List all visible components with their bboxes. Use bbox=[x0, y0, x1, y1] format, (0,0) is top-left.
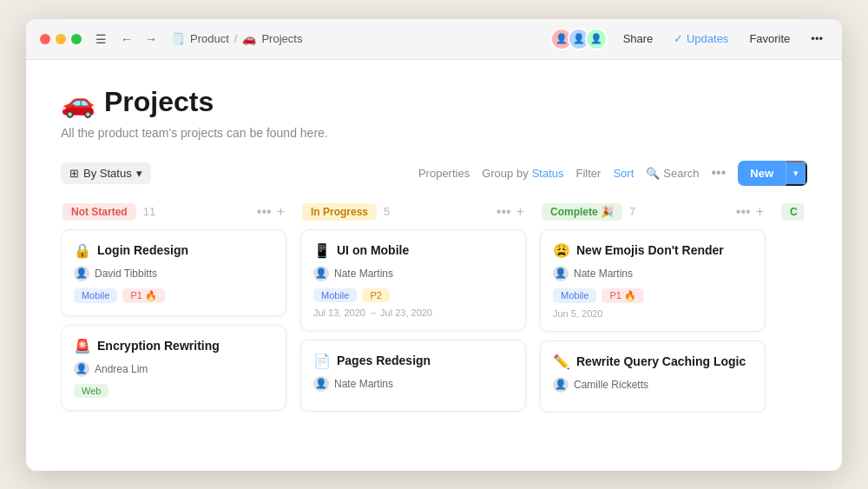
main-content: 🚗 Projects All the product team's projec… bbox=[26, 60, 842, 430]
card-emoji: 😩 bbox=[553, 242, 570, 259]
column-not-started: Not Started 11 ••• + 🔒 Login Redesign bbox=[61, 203, 286, 413]
card-title: 🚨 Encryption Rewriting bbox=[74, 338, 273, 354]
count-in-progress: 5 bbox=[384, 205, 390, 218]
filter-button[interactable]: Filter bbox=[576, 167, 602, 180]
assignee-name: David Tibbitts bbox=[95, 268, 157, 280]
assignee-avatar: 👤 bbox=[74, 361, 89, 377]
col-more-not-started[interactable]: ••• bbox=[257, 205, 272, 219]
search-button[interactable]: 🔍 Search bbox=[646, 167, 699, 180]
col-add-complete[interactable]: + bbox=[756, 205, 764, 219]
app-window: ☰ ← → 🗒️ Product / 🚗 Projects 👤 👤 👤 Shar… bbox=[26, 19, 842, 471]
titlebar: ☰ ← → 🗒️ Product / 🚗 Projects 👤 👤 👤 Shar… bbox=[26, 19, 842, 60]
partial-col-inner: C bbox=[779, 203, 804, 221]
card-title: ✏️ Rewrite Query Caching Logic bbox=[553, 354, 753, 370]
column-complete: Complete 🎉 7 ••• + 😩 New Emojis Don't Re… bbox=[540, 203, 766, 413]
card-tags: Mobile P1 🔥 bbox=[74, 288, 273, 303]
card-meta: 👤 Nate Martins bbox=[313, 376, 513, 392]
card-meta: 👤 Camille Ricketts bbox=[553, 377, 753, 393]
toolbar-more-button[interactable]: ••• bbox=[711, 165, 726, 181]
sort-button[interactable]: Sort bbox=[613, 167, 634, 180]
toolbar-left: ⊞ By Status ▾ bbox=[61, 162, 151, 184]
breadcrumb: 🗒️ Product / 🚗 Projects bbox=[171, 32, 302, 45]
view-label: By Status bbox=[83, 167, 132, 180]
group-by-value[interactable]: Status bbox=[532, 167, 564, 180]
card-meta: 👤 Andrea Lim bbox=[74, 361, 273, 377]
card-rewrite-query[interactable]: ✏️ Rewrite Query Caching Logic 👤 Camille… bbox=[540, 340, 766, 413]
card-meta: 👤 Nate Martins bbox=[553, 266, 753, 281]
tag-p1: P1 🔥 bbox=[602, 288, 644, 303]
card-date: Jul 13, 2020 → Jul 23, 2020 bbox=[313, 307, 513, 318]
card-tags: Mobile P2 bbox=[313, 288, 513, 302]
breadcrumb-projects[interactable]: Projects bbox=[261, 32, 302, 45]
col-actions-in-progress: ••• + bbox=[496, 205, 524, 219]
card-new-emojis[interactable]: 😩 New Emojis Don't Render 👤 Nate Martins… bbox=[540, 229, 766, 332]
menu-icon[interactable]: ☰ bbox=[95, 32, 107, 46]
partial-column: C bbox=[779, 203, 804, 413]
badge-not-started: Not Started bbox=[62, 203, 136, 221]
group-by: Group by Status bbox=[482, 167, 563, 180]
card-meta: 👤 David Tibbitts bbox=[74, 266, 273, 281]
toolbar: ⊞ By Status ▾ Properties Group by Status… bbox=[61, 161, 807, 186]
badge-complete: Complete 🎉 bbox=[542, 203, 622, 221]
more-button[interactable]: ••• bbox=[806, 29, 828, 49]
search-icon: 🔍 bbox=[646, 167, 660, 180]
maximize-button[interactable] bbox=[71, 34, 82, 44]
close-button[interactable] bbox=[40, 34, 50, 44]
assignee-avatar: 👤 bbox=[74, 266, 89, 281]
card-emoji: ✏️ bbox=[553, 354, 570, 370]
card-ui-on-mobile[interactable]: 📱 UI on Mobile 👤 Nate Martins Mobile P2 … bbox=[300, 229, 526, 331]
card-title-text: Rewrite Query Caching Logic bbox=[576, 354, 746, 368]
tag-p2: P2 bbox=[362, 288, 389, 302]
page-title: Projects bbox=[104, 86, 214, 118]
view-button[interactable]: ⊞ By Status ▾ bbox=[61, 162, 151, 184]
forward-button[interactable]: → bbox=[141, 30, 161, 48]
card-title-text: New Emojis Don't Render bbox=[576, 243, 724, 257]
tag-mobile: Mobile bbox=[553, 288, 596, 303]
col-add-not-started[interactable]: + bbox=[277, 205, 285, 219]
col-more-complete[interactable]: ••• bbox=[736, 205, 751, 219]
avatar-group: 👤 👤 👤 bbox=[550, 28, 608, 50]
group-by-label: Group by bbox=[482, 167, 528, 180]
assignee-avatar: 👤 bbox=[313, 376, 329, 392]
breadcrumb-icon-projects: 🚗 bbox=[242, 32, 256, 45]
nav-buttons: ← → bbox=[117, 30, 161, 48]
card-tags: Mobile P1 🔥 bbox=[553, 288, 753, 303]
card-emoji: 📄 bbox=[313, 353, 331, 369]
breadcrumb-icon-product: 🗒️ bbox=[171, 32, 185, 45]
new-dropdown-button[interactable]: ▾ bbox=[786, 161, 807, 186]
favorite-button[interactable]: Favorite bbox=[744, 29, 795, 49]
card-title: 📱 UI on Mobile bbox=[313, 242, 513, 259]
chevron-down-icon: ▾ bbox=[136, 167, 142, 180]
card-tags: Web bbox=[74, 384, 273, 398]
tag-mobile: Mobile bbox=[74, 288, 117, 303]
card-title: 😩 New Emojis Don't Render bbox=[553, 242, 753, 259]
col-more-in-progress[interactable]: ••• bbox=[496, 205, 511, 219]
tag-mobile: Mobile bbox=[313, 288, 357, 302]
titlebar-right: 👤 👤 👤 Share ✓ Updates Favorite ••• bbox=[550, 28, 828, 50]
cards-not-started: 🔒 Login Redesign 👤 David Tibbitts Mobile… bbox=[61, 229, 286, 411]
minimize-button[interactable] bbox=[56, 34, 66, 44]
assignee-name: Nate Martins bbox=[334, 378, 393, 390]
back-button[interactable]: ← bbox=[117, 30, 136, 48]
card-date: Jun 5, 2020 bbox=[553, 308, 753, 319]
search-label: Search bbox=[663, 167, 699, 180]
count-complete: 7 bbox=[629, 205, 635, 218]
updates-button[interactable]: ✓ Updates bbox=[668, 29, 733, 49]
properties-button[interactable]: Properties bbox=[418, 167, 470, 180]
card-emoji: 📱 bbox=[313, 242, 331, 259]
col-header-not-started: Not Started 11 ••• + bbox=[61, 203, 286, 221]
card-encryption-rewriting[interactable]: 🚨 Encryption Rewriting 👤 Andrea Lim Web bbox=[61, 325, 286, 411]
share-button[interactable]: Share bbox=[618, 29, 659, 49]
new-button[interactable]: New bbox=[738, 162, 786, 185]
column-in-progress: In Progress 5 ••• + 📱 UI on Mobile bbox=[300, 203, 526, 413]
breadcrumb-product[interactable]: Product bbox=[190, 32, 229, 45]
card-title-text: Encryption Rewriting bbox=[97, 339, 220, 353]
col-add-in-progress[interactable]: + bbox=[516, 205, 524, 219]
tag-web: Web bbox=[74, 384, 108, 398]
view-icon: ⊞ bbox=[69, 167, 79, 180]
card-title-text: Pages Redesign bbox=[337, 354, 431, 367]
card-pages-redesign[interactable]: 📄 Pages Redesign 👤 Nate Martins bbox=[300, 340, 526, 412]
board: Not Started 11 ••• + 🔒 Login Redesign bbox=[61, 203, 807, 413]
card-login-redesign[interactable]: 🔒 Login Redesign 👤 David Tibbitts Mobile… bbox=[61, 229, 286, 316]
assignee-avatar: 👤 bbox=[553, 377, 569, 393]
